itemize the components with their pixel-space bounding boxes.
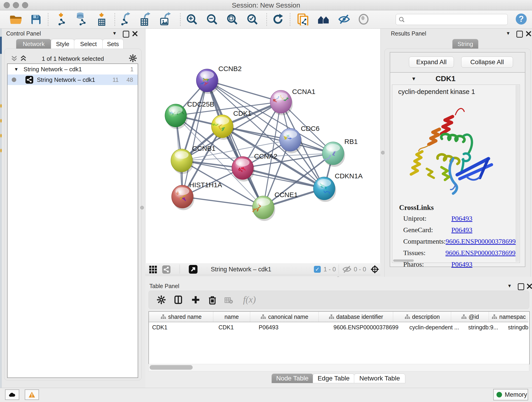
show-columns-icon[interactable] bbox=[174, 295, 183, 304]
table-panel-close-icon[interactable] bbox=[526, 283, 532, 289]
network-canvas[interactable]: CCNB2CCNA1CDC25BCDK1CDC6RB1CCNB1CCNA2CDK… bbox=[145, 29, 380, 263]
network-collection-row[interactable]: ▼ String Network – cdk1 1 bbox=[7, 64, 138, 75]
network-tree: ▼ String Network – cdk1 1 String Network… bbox=[7, 64, 138, 378]
table-panel-undock-button[interactable] bbox=[518, 283, 524, 290]
tab-node-table[interactable]: Node Table bbox=[272, 374, 313, 383]
network-node-CCNB2: CCNB2 bbox=[196, 65, 242, 94]
toolbar-separator bbox=[180, 13, 181, 26]
table-horizontal-scrollbar[interactable] bbox=[148, 364, 529, 371]
crosslink-value-link[interactable]: P06493 bbox=[451, 260, 472, 268]
collection-expand-icon[interactable]: ▼ bbox=[14, 67, 19, 72]
crosslink-value-link[interactable]: P06493 bbox=[451, 215, 472, 222]
control-panel-close-icon[interactable] bbox=[132, 31, 138, 37]
table-gear-icon[interactable] bbox=[157, 295, 166, 304]
zoom-out-icon[interactable] bbox=[206, 13, 218, 26]
help-button[interactable]: ? bbox=[516, 13, 527, 25]
network-row[interactable]: String Network – cdk1 11 48 bbox=[7, 75, 138, 85]
memory-button[interactable]: Memory bbox=[493, 389, 528, 400]
zoom-fit-icon[interactable] bbox=[226, 13, 238, 26]
import-table-file-icon[interactable] bbox=[96, 13, 108, 26]
export-image-icon[interactable] bbox=[160, 13, 172, 26]
string-share-icon[interactable] bbox=[162, 265, 171, 274]
table-row[interactable]: CDK1 CDK1 P06493 9606.ENSP00000378699 cy… bbox=[149, 322, 528, 332]
crosshair-icon[interactable] bbox=[370, 265, 380, 274]
column-header-canonical-name[interactable]: canonical name bbox=[250, 312, 319, 322]
column-header-database-identifier[interactable]: database identifier bbox=[319, 312, 393, 322]
cell-namespace: stringdb bbox=[504, 322, 528, 332]
tab-edge-table[interactable]: Edge Table bbox=[313, 374, 355, 383]
network-node-CDC25B: CDC25B bbox=[165, 100, 214, 129]
search-input[interactable] bbox=[396, 14, 508, 25]
tab-select[interactable]: Select bbox=[74, 39, 103, 49]
gene-expand-icon[interactable]: ▼ bbox=[411, 76, 416, 82]
annotation-icon[interactable] bbox=[297, 13, 309, 26]
results-panel-float-button[interactable]: ▼ bbox=[506, 31, 510, 36]
toolbar-separator bbox=[48, 13, 48, 26]
export-table-icon[interactable] bbox=[140, 13, 152, 26]
tab-network[interactable]: Network bbox=[16, 39, 51, 49]
control-panel-title: Control Panel bbox=[6, 30, 41, 37]
selected-checkbox[interactable]: ✓ bbox=[314, 266, 321, 273]
network-graph[interactable]: CCNB2CCNA1CDC25BCDK1CDC6RB1CCNB1CCNA2CDK… bbox=[146, 29, 380, 263]
column-header-id[interactable]: @id bbox=[451, 312, 489, 322]
show-eye-icon[interactable] bbox=[358, 13, 370, 26]
column-header-name[interactable]: name bbox=[213, 312, 250, 322]
netbar-separator bbox=[339, 264, 339, 274]
tab-style[interactable]: Style bbox=[51, 39, 75, 49]
tab-sets[interactable]: Sets bbox=[102, 39, 123, 49]
birds-eye-grid-icon[interactable] bbox=[149, 265, 157, 274]
import-network-database-icon[interactable] bbox=[75, 13, 87, 26]
open-in-window-icon[interactable] bbox=[189, 265, 197, 274]
column-header-description[interactable]: description bbox=[393, 312, 451, 322]
table-panel-float-button[interactable]: ▼ bbox=[507, 283, 512, 288]
network-edge-count: 48 bbox=[127, 76, 133, 83]
cloud-icon bbox=[8, 392, 16, 397]
control-panel-undock-button[interactable] bbox=[123, 31, 129, 38]
network-view-title: String Network – cdk1 bbox=[211, 266, 271, 273]
network-tab-panel: 1 of 1 Network selected ▼ String Network… bbox=[4, 49, 142, 380]
crosslink-value-link[interactable]: 9606.ENSP00000378699 bbox=[446, 237, 516, 245]
add-column-icon[interactable] bbox=[191, 295, 200, 304]
results-horizontal-scroll-thumb[interactable] bbox=[393, 259, 414, 262]
memory-label: Memory bbox=[505, 391, 527, 398]
expand-all-button[interactable]: Expand All bbox=[409, 57, 454, 68]
collapse-all-button[interactable]: Collapse All bbox=[461, 57, 513, 68]
zoom-in-icon[interactable] bbox=[186, 13, 198, 26]
control-panel-float-button[interactable]: ▼ bbox=[112, 31, 117, 36]
column-header-namespace[interactable]: namespac bbox=[489, 312, 528, 322]
export-network-icon[interactable] bbox=[120, 13, 132, 26]
hide-selected-icon[interactable] bbox=[338, 13, 350, 26]
results-panel-close-icon[interactable] bbox=[526, 31, 532, 37]
cloud-status-button[interactable] bbox=[5, 389, 19, 400]
left-splitter-grip[interactable] bbox=[140, 206, 144, 210]
network-options-gear-icon[interactable] bbox=[129, 54, 137, 62]
crosslink-value-link[interactable]: 9606.ENSP00000378699 bbox=[445, 249, 515, 257]
tab-network-table[interactable]: Network Table bbox=[354, 374, 405, 383]
tab-string[interactable]: String bbox=[452, 39, 478, 49]
results-panel-title: Results Panel bbox=[391, 30, 426, 37]
cell-id: stringdb:9... bbox=[464, 322, 504, 332]
results-vertical-scrollbar[interactable] bbox=[516, 85, 519, 262]
table-scroll-thumb[interactable] bbox=[150, 365, 193, 370]
network-node-CCNE1: CCNE1 bbox=[252, 191, 298, 221]
table-toolbar: f(x) bbox=[148, 291, 529, 309]
open-session-icon[interactable] bbox=[10, 13, 22, 26]
crosslink-label: GeneCard: bbox=[403, 226, 451, 234]
node-table[interactable]: shared name name canonical name database… bbox=[148, 311, 530, 364]
save-session-icon[interactable] bbox=[30, 13, 42, 26]
results-panel-undock-button[interactable] bbox=[516, 31, 523, 38]
warnings-button[interactable] bbox=[25, 389, 39, 400]
import-network-file-icon[interactable] bbox=[56, 13, 68, 26]
svg-text:RB1: RB1 bbox=[344, 138, 358, 145]
hidden-eyeslash-icon[interactable] bbox=[342, 265, 351, 273]
function-builder-icon[interactable]: f(x) bbox=[243, 294, 256, 305]
status-bar: Memory bbox=[0, 388, 532, 402]
delete-table-icon[interactable] bbox=[224, 297, 234, 304]
refresh-icon[interactable] bbox=[272, 13, 284, 26]
delete-column-icon[interactable] bbox=[208, 295, 217, 305]
toolbar-separator bbox=[290, 13, 290, 26]
crosslink-value-link[interactable]: P06493 bbox=[451, 226, 472, 234]
zoom-selected-icon[interactable] bbox=[247, 13, 259, 26]
column-header-shared-name[interactable]: shared name bbox=[149, 312, 213, 322]
network-overview-icon[interactable] bbox=[317, 13, 329, 26]
